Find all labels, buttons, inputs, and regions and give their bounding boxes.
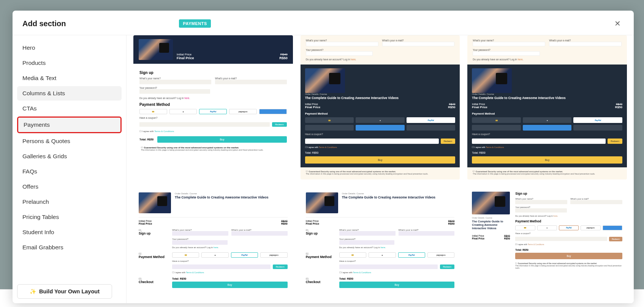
sidebar-item-products[interactable]: Products [17, 56, 122, 70]
sidebar-scroll[interactable]: Hero Products Media & Text Columns & Lis… [13, 35, 126, 303]
course-image [472, 192, 510, 214]
sidebar-item-pricing-tables[interactable]: Pricing Tables [17, 210, 122, 224]
payment-template-6[interactable]: Order Details: Course The Complete Guide… [467, 187, 627, 293]
modal-header: Add section PAYMENTS ✕ [13, 11, 634, 35]
sidebar-item-email-grabbers[interactable]: Email Grabbers [17, 240, 122, 255]
sidebar-item-prelaunch[interactable]: Prelaunch [17, 195, 122, 209]
category-badge: PAYMENTS [179, 19, 210, 28]
sidebar-item-student-info[interactable]: Student Info [17, 225, 122, 239]
price-row: Initial PriceFinal Price R$40R$50 [177, 53, 288, 60]
payment-method-heading: Payment Method [139, 102, 287, 107]
wand-icon: ✨ [30, 288, 36, 294]
templates-grid: Initial PriceFinal Price R$40R$50 Sign u… [133, 35, 627, 293]
modal-title: Add section [22, 19, 66, 28]
templates-content[interactable]: Initial PriceFinal Price R$40R$50 Sign u… [127, 35, 634, 303]
sidebar-item-media-text[interactable]: Media & Text [17, 71, 122, 85]
payment-template-2[interactable]: What's your name? What's your e-mail? Yo… [301, 35, 460, 179]
payment-template-3[interactable]: What's your name? What's your e-mail? Yo… [467, 35, 627, 179]
modal-body: Hero Products Media & Text Columns & Lis… [13, 35, 634, 303]
payment-template-1[interactable]: Initial PriceFinal Price R$40R$50 Sign u… [133, 35, 293, 179]
close-button[interactable]: ✕ [611, 17, 624, 30]
payment-template-4[interactable]: Order Details: Course The Complete Guide… [133, 187, 293, 293]
sidebar-item-hero[interactable]: Hero [17, 41, 122, 55]
build-own-layout-button[interactable]: ✨ Build Your Own Layout [17, 284, 112, 299]
sidebar-item-persons-quotes[interactable]: Persons & Quotes [17, 134, 122, 148]
sidebar-item-payments[interactable]: Payments [17, 117, 122, 133]
category-sidebar: Hero Products Media & Text Columns & Lis… [13, 35, 127, 303]
sidebar-item-galleries-grids[interactable]: Galleries & Grids [17, 149, 122, 164]
course-image [305, 68, 345, 93]
sidebar-item-faqs[interactable]: FAQs [17, 164, 122, 179]
add-section-modal: Add section PAYMENTS ✕ Hero Products Med… [13, 11, 634, 303]
template-body: Sign up What's your name? What's your e-… [133, 64, 293, 156]
signup-heading: Sign up [139, 71, 287, 75]
sidebar-item-offers[interactable]: Offers [17, 179, 122, 194]
course-image [139, 192, 171, 213]
sidebar-item-ctas[interactable]: CTAs [17, 101, 122, 116]
sidebar-item-columns-lists[interactable]: Columns & Lists [17, 86, 122, 101]
template-hero: Initial PriceFinal Price R$40R$50 [133, 35, 293, 64]
sidebar-footer: ✨ Build Your Own Layout [17, 284, 122, 299]
course-image [139, 39, 173, 60]
build-own-layout-label: Build Your Own Layout [39, 288, 100, 294]
payment-template-5[interactable]: Order Details: CourseThe Complete Guide … [301, 187, 460, 293]
